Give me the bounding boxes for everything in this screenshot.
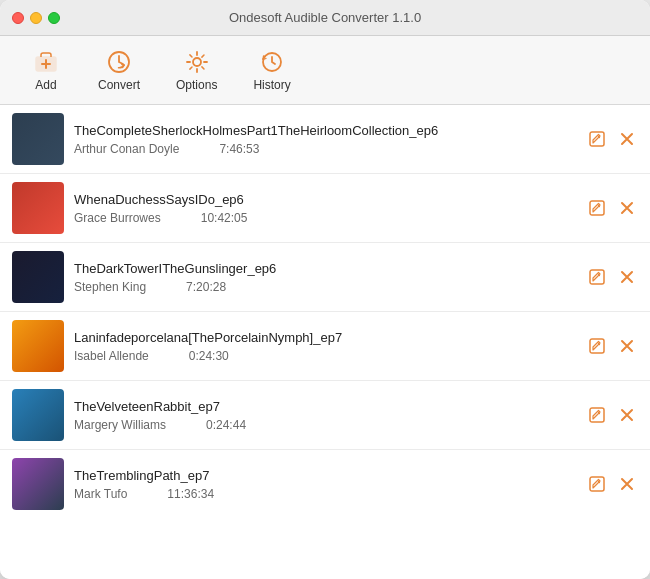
item-actions (586, 404, 638, 426)
delete-button[interactable] (616, 128, 638, 150)
item-author: Grace Burrowes (74, 211, 161, 225)
list-item: WhenaDuchessSaysIDo_ep6 Grace Burrowes 1… (0, 174, 650, 243)
item-actions (586, 128, 638, 150)
delete-button[interactable] (616, 404, 638, 426)
history-button[interactable]: History (239, 42, 304, 98)
item-meta: Stephen King 7:20:28 (74, 280, 576, 294)
item-duration: 7:46:53 (219, 142, 259, 156)
edit-button[interactable] (586, 335, 608, 357)
delete-button[interactable] (616, 335, 638, 357)
item-author: Stephen King (74, 280, 146, 294)
item-author: Arthur Conan Doyle (74, 142, 179, 156)
item-title: TheCompleteSherlockHolmesPart1TheHeirloo… (74, 123, 576, 138)
close-button[interactable] (12, 12, 24, 24)
traffic-lights (12, 12, 60, 24)
item-duration: 10:42:05 (201, 211, 248, 225)
item-author: Mark Tufo (74, 487, 127, 501)
item-meta: Mark Tufo 11:36:34 (74, 487, 576, 501)
toolbar: Add Convert Options (0, 36, 650, 105)
item-actions (586, 197, 638, 219)
edit-button[interactable] (586, 197, 608, 219)
convert-icon (105, 48, 133, 76)
list-item: TheCompleteSherlockHolmesPart1TheHeirloo… (0, 105, 650, 174)
item-meta: Grace Burrowes 10:42:05 (74, 211, 576, 225)
list-item: TheTremblingPath_ep7 Mark Tufo 11:36:34 (0, 450, 650, 518)
item-title: Laninfadeporcelana[ThePorcelainNymph]_ep… (74, 330, 576, 345)
item-actions (586, 266, 638, 288)
edit-button[interactable] (586, 404, 608, 426)
album-art (12, 389, 64, 441)
list-item: TheDarkTowerITheGunslinger_ep6 Stephen K… (0, 243, 650, 312)
album-art (12, 251, 64, 303)
item-info: WhenaDuchessSaysIDo_ep6 Grace Burrowes 1… (74, 192, 576, 225)
list-item: Laninfadeporcelana[ThePorcelainNymph]_ep… (0, 312, 650, 381)
edit-button[interactable] (586, 473, 608, 495)
delete-button[interactable] (616, 266, 638, 288)
history-icon (258, 48, 286, 76)
edit-button[interactable] (586, 128, 608, 150)
item-meta: Arthur Conan Doyle 7:46:53 (74, 142, 576, 156)
item-meta: Margery Williams 0:24:44 (74, 418, 576, 432)
app-window: Ondesoft Audible Converter 1.1.0 Add (0, 0, 650, 579)
delete-button[interactable] (616, 197, 638, 219)
item-title: TheDarkTowerITheGunslinger_ep6 (74, 261, 576, 276)
item-info: TheVelveteenRabbit_ep7 Margery Williams … (74, 399, 576, 432)
options-label: Options (176, 78, 217, 92)
options-icon (183, 48, 211, 76)
album-art (12, 320, 64, 372)
album-art (12, 113, 64, 165)
item-duration: 11:36:34 (167, 487, 214, 501)
item-author: Margery Williams (74, 418, 166, 432)
album-art (12, 182, 64, 234)
history-label: History (253, 78, 290, 92)
album-art (12, 458, 64, 510)
item-info: TheTremblingPath_ep7 Mark Tufo 11:36:34 (74, 468, 576, 501)
title-bar: Ondesoft Audible Converter 1.1.0 (0, 0, 650, 36)
minimize-button[interactable] (30, 12, 42, 24)
maximize-button[interactable] (48, 12, 60, 24)
convert-button[interactable]: Convert (84, 42, 154, 98)
item-actions (586, 335, 638, 357)
item-info: TheCompleteSherlockHolmesPart1TheHeirloo… (74, 123, 576, 156)
item-actions (586, 473, 638, 495)
item-title: TheVelveteenRabbit_ep7 (74, 399, 576, 414)
item-duration: 7:20:28 (186, 280, 226, 294)
options-button[interactable]: Options (162, 42, 231, 98)
list-item: TheVelveteenRabbit_ep7 Margery Williams … (0, 381, 650, 450)
svg-point-2 (193, 58, 201, 66)
item-info: Laninfadeporcelana[ThePorcelainNymph]_ep… (74, 330, 576, 363)
convert-label: Convert (98, 78, 140, 92)
edit-button[interactable] (586, 266, 608, 288)
item-title: TheTremblingPath_ep7 (74, 468, 576, 483)
item-meta: Isabel Allende 0:24:30 (74, 349, 576, 363)
content-list: TheCompleteSherlockHolmesPart1TheHeirloo… (0, 105, 650, 579)
window-title: Ondesoft Audible Converter 1.1.0 (229, 10, 421, 25)
add-button[interactable]: Add (16, 42, 76, 98)
item-duration: 0:24:30 (189, 349, 229, 363)
item-duration: 0:24:44 (206, 418, 246, 432)
item-title: WhenaDuchessSaysIDo_ep6 (74, 192, 576, 207)
delete-button[interactable] (616, 473, 638, 495)
add-label: Add (35, 78, 56, 92)
item-info: TheDarkTowerITheGunslinger_ep6 Stephen K… (74, 261, 576, 294)
item-author: Isabel Allende (74, 349, 149, 363)
add-icon (32, 48, 60, 76)
